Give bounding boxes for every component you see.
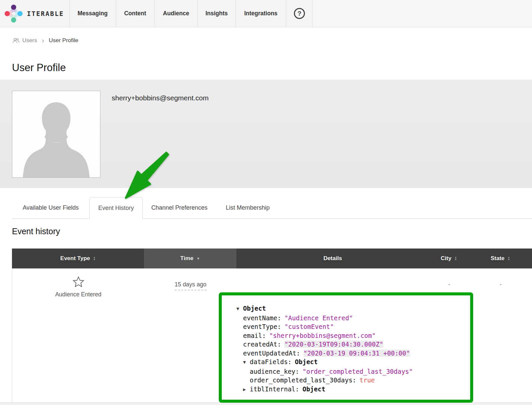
json-line: ▼Object bbox=[236, 304, 470, 314]
iterable-logo[interactable]: ITERABLE bbox=[0, 0, 69, 27]
column-header-time[interactable]: Time ▼ bbox=[144, 249, 236, 268]
column-label: Details bbox=[324, 255, 342, 262]
tab-label: Available User Fields bbox=[23, 204, 79, 211]
json-key: eventName: bbox=[243, 314, 281, 322]
help-icon: ? bbox=[294, 8, 305, 19]
breadcrumb: Users › User Profile bbox=[12, 37, 78, 44]
tab-label: Channel Preferences bbox=[151, 204, 207, 211]
json-key: eventType: bbox=[243, 323, 281, 330]
nav-item-insights[interactable]: Insights bbox=[198, 0, 235, 27]
event-type-cell: Audience Entered bbox=[12, 268, 144, 402]
nav-item-content[interactable]: Content bbox=[116, 0, 154, 27]
json-key: email: bbox=[243, 332, 266, 339]
sort-desc-icon: ▼ bbox=[197, 256, 200, 260]
iterable-logo-icon bbox=[5, 5, 23, 23]
json-line: eventName:"Audience Entered" bbox=[236, 314, 470, 323]
tab-event-history[interactable]: Event History bbox=[89, 197, 143, 219]
nav-spacer bbox=[313, 0, 532, 27]
expand-toggle-icon[interactable]: ▼ bbox=[243, 358, 250, 367]
json-value: "order_completed_last_30days" bbox=[303, 368, 413, 375]
event-table-header: Event Type ▲▼ Time ▼ Details City ▲▼ Sta… bbox=[12, 249, 532, 268]
top-navigation: ITERABLE Messaging Content Audience Insi… bbox=[0, 0, 532, 27]
json-key: eventUpdatedAt: bbox=[243, 350, 300, 357]
json-key: order_completed_last_30days: bbox=[250, 376, 356, 384]
json-key: createdAt: bbox=[243, 341, 281, 348]
help-button[interactable]: ? bbox=[286, 0, 313, 27]
json-line: order_completed_last_30days:true bbox=[236, 376, 470, 385]
annotation-box: ▼Object eventName:"Audience Entered" eve… bbox=[219, 292, 473, 403]
json-value: "sherry+bobbins@segment.com" bbox=[269, 332, 376, 339]
star-icon bbox=[72, 276, 85, 288]
column-header-event-type[interactable]: Event Type ▲▼ bbox=[12, 249, 144, 268]
column-header-city[interactable]: City ▲▼ bbox=[429, 249, 469, 268]
nav-item-integrations[interactable]: Integrations bbox=[235, 0, 286, 27]
tab-label: Event History bbox=[98, 205, 134, 212]
collapse-toggle-icon[interactable]: ▶ bbox=[243, 385, 250, 394]
tab-channel-preferences[interactable]: Channel Preferences bbox=[143, 197, 216, 219]
json-value: Object bbox=[295, 358, 318, 365]
json-value: Object bbox=[303, 385, 326, 393]
event-type-label: Audience Entered bbox=[55, 291, 101, 298]
state-cell: - bbox=[469, 268, 532, 402]
person-silhouette-icon bbox=[12, 91, 100, 177]
profile-email: sherry+bobbins@segment.com bbox=[112, 94, 209, 102]
page-bottom-strip bbox=[0, 402, 532, 405]
relative-time[interactable]: 15 days ago bbox=[175, 281, 206, 290]
nav-item-label: Content bbox=[124, 10, 146, 17]
breadcrumb-separator-icon: › bbox=[42, 38, 44, 44]
nav-item-label: Messaging bbox=[77, 10, 107, 17]
json-value: "2020-03-19 09:04:31 +00:00" bbox=[304, 350, 410, 357]
tab-label: List Membership bbox=[226, 204, 270, 211]
column-label: City bbox=[441, 255, 451, 262]
json-line: email:"sherry+bobbins@segment.com" bbox=[236, 331, 470, 340]
nav-item-label: Integrations bbox=[244, 10, 277, 17]
column-header-state[interactable]: State ▲▼ bbox=[469, 249, 532, 268]
json-key: itblInternal: bbox=[250, 385, 299, 393]
json-value: Object bbox=[243, 305, 266, 312]
json-line: eventUpdatedAt:"2020-03-19 09:04:31 +00:… bbox=[236, 349, 470, 358]
sort-icon: ▲▼ bbox=[507, 256, 510, 261]
sort-icon: ▲▼ bbox=[455, 256, 457, 261]
event-history-heading: Event history bbox=[12, 227, 60, 236]
profile-banner: sherry+bobbins@segment.com bbox=[0, 80, 532, 188]
json-line: eventType:"customEvent" bbox=[236, 322, 470, 331]
column-header-details: Details bbox=[236, 249, 429, 268]
json-line: ▶itblInternal:Object bbox=[236, 385, 470, 394]
sort-icon: ▲▼ bbox=[93, 256, 96, 261]
json-value: "Audience Entered" bbox=[284, 314, 353, 322]
json-tree: ▼Object eventName:"Audience Entered" eve… bbox=[222, 295, 470, 394]
profile-tabs: Available User Fields Event History Chan… bbox=[12, 197, 532, 219]
nav-item-label: Audience bbox=[163, 10, 189, 17]
json-key: audience_key: bbox=[250, 368, 299, 375]
breadcrumb-current: User Profile bbox=[49, 37, 78, 44]
json-line: createdAt:"2020-03-19T09:04:30.000Z" bbox=[236, 340, 470, 349]
nav-item-messaging[interactable]: Messaging bbox=[69, 0, 116, 27]
expand-toggle-icon[interactable]: ▼ bbox=[236, 305, 243, 314]
json-key: dataFields: bbox=[250, 358, 292, 365]
brand-name: ITERABLE bbox=[27, 10, 64, 17]
breadcrumb-root-label: Users bbox=[22, 37, 37, 44]
column-label: Event Type bbox=[60, 255, 90, 262]
nav-item-audience[interactable]: Audience bbox=[154, 0, 198, 27]
page-title: User Profile bbox=[12, 62, 66, 74]
tab-available-user-fields[interactable]: Available User Fields bbox=[12, 197, 89, 219]
breadcrumb-users-link[interactable]: Users bbox=[12, 37, 37, 44]
event-row: Audience Entered 15 days ago - - ▼Object… bbox=[12, 268, 532, 402]
nav-item-label: Insights bbox=[205, 10, 228, 17]
users-icon bbox=[12, 38, 20, 44]
avatar bbox=[12, 91, 100, 178]
json-value: "customEvent" bbox=[284, 323, 334, 330]
column-label: State bbox=[491, 255, 505, 262]
json-value: "2020-03-19T09:04:30.000Z" bbox=[284, 341, 383, 348]
json-value: true bbox=[359, 376, 375, 384]
json-line: audience_key:"order_completed_last_30day… bbox=[236, 367, 470, 376]
tab-list-membership[interactable]: List Membership bbox=[216, 197, 279, 219]
json-line: ▼dataFields:Object bbox=[236, 357, 470, 367]
column-label: Time bbox=[180, 255, 193, 262]
